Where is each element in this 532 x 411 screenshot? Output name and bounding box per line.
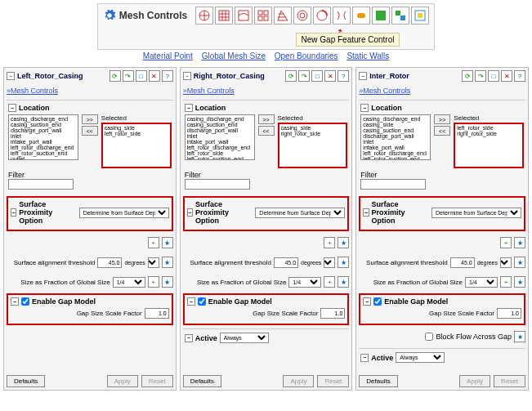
sq-icon[interactable]: ★	[514, 331, 525, 342]
enable-gap-checkbox[interactable]: Enable Gap Model	[21, 297, 96, 306]
hbtn-1[interactable]: ⟳	[462, 70, 473, 82]
active-select[interactable]: Always	[396, 352, 445, 363]
hbtn-2[interactable]: ↷	[475, 70, 486, 82]
reset-button[interactable]: Reset	[317, 375, 349, 387]
reset-button[interactable]: Reset	[141, 375, 173, 387]
expand-icon[interactable]: −	[360, 104, 369, 112]
expand-icon[interactable]: −	[360, 354, 369, 362]
active-select[interactable]: Always	[220, 333, 269, 343]
expand-icon[interactable]: −	[363, 208, 369, 217]
expand-icon[interactable]: −	[185, 104, 193, 112]
sq-icon[interactable]: ★	[338, 276, 349, 288]
sq-icon[interactable]: +	[324, 276, 335, 288]
move-left-button[interactable]: <<	[434, 126, 450, 136]
sat-input[interactable]	[274, 257, 298, 268]
available-list[interactable]: casing_discharge_endcasing_suction_enddi…	[185, 114, 255, 160]
tb-icon-9[interactable]	[352, 7, 370, 25]
sat-input[interactable]	[450, 257, 475, 268]
selected-list[interactable]: casing_sideleft_rotor_side	[101, 123, 172, 168]
hbtn-2[interactable]: ↷	[298, 70, 310, 82]
sq-icon[interactable]: +	[500, 237, 512, 248]
hbtn-1[interactable]: ⟳	[285, 70, 297, 82]
hbtn-4[interactable]: ✕	[501, 70, 512, 82]
apply-button[interactable]: Apply	[459, 375, 490, 387]
link-open-boundaries[interactable]: Open Boundaries	[275, 51, 338, 60]
move-right-button[interactable]: >>	[434, 114, 450, 124]
mesh-controls-link[interactable]: »Mesh Controls	[359, 85, 525, 96]
tb-icon-7[interactable]	[313, 7, 331, 25]
bfag-checkbox[interactable]: Block Flow Across Gap	[425, 333, 512, 341]
tb-icon-3[interactable]	[235, 7, 253, 25]
unit-select[interactable]	[148, 257, 159, 268]
expand-icon[interactable]: −	[363, 297, 371, 306]
sq-icon[interactable]: +	[148, 276, 159, 288]
selected-list[interactable]: casing_sideright_rotor_side	[278, 123, 348, 168]
spo-select[interactable]: Determine from Surface Depth	[431, 208, 521, 218]
expand-icon[interactable]: −	[8, 104, 16, 112]
sq-icon[interactable]: ★	[514, 257, 525, 268]
hbtn-5[interactable]: ?	[514, 70, 525, 82]
move-right-button[interactable]: >>	[82, 114, 98, 124]
tb-icon-10[interactable]	[372, 7, 390, 25]
spo-select[interactable]: Determine from Surface Depth	[255, 208, 345, 218]
mesh-controls-link[interactable]: »Mesh Controls	[183, 85, 350, 96]
expand-icon[interactable]: −	[359, 72, 367, 80]
hbtn-1[interactable]: ⟳	[110, 70, 121, 82]
expand-icon[interactable]: −	[7, 72, 15, 80]
sq-icon[interactable]: ★	[162, 276, 173, 288]
filter-input[interactable]	[360, 179, 426, 190]
apply-button[interactable]: Apply	[283, 375, 314, 387]
sat-input[interactable]	[97, 257, 122, 268]
hbtn-4[interactable]: ✕	[324, 70, 336, 82]
gssf-input[interactable]	[320, 308, 345, 319]
filter-input[interactable]	[8, 179, 74, 190]
selected-list[interactable]: left_rotor_sideright_rotor_side	[454, 123, 524, 168]
tb-icon-11[interactable]	[391, 7, 409, 25]
expand-icon[interactable]: −	[185, 334, 193, 342]
hbtn-3[interactable]: □	[488, 70, 499, 82]
sq-icon[interactable]: ★	[162, 237, 173, 248]
spo-select[interactable]: Determine from Surface Depth	[79, 208, 169, 218]
hbtn-5[interactable]: ?	[162, 70, 173, 82]
apply-button[interactable]: Apply	[107, 375, 138, 387]
sq-icon[interactable]: +	[148, 237, 159, 248]
tb-icon-6[interactable]	[293, 7, 311, 25]
unit-select[interactable]	[500, 257, 512, 268]
hbtn-3[interactable]: □	[311, 70, 323, 82]
sfgs-select[interactable]: 1/4	[113, 277, 145, 288]
tb-icon-12[interactable]	[411, 7, 429, 25]
defaults-button[interactable]: Defaults	[183, 375, 221, 387]
sq-icon[interactable]: +	[500, 276, 512, 288]
sq-icon[interactable]: ★	[514, 276, 525, 288]
hbtn-5[interactable]: ?	[338, 70, 349, 82]
tb-icon-2[interactable]	[215, 7, 233, 25]
gssf-input[interactable]	[497, 308, 521, 319]
tb-icon-1[interactable]	[195, 7, 213, 25]
link-global-mesh-size[interactable]: Global Mesh Size	[202, 51, 266, 60]
tb-icon-gap[interactable]: ↗	[333, 7, 351, 25]
sfgs-select[interactable]: 1/4	[288, 277, 321, 288]
link-static-walls[interactable]: Static Walls	[346, 51, 389, 60]
move-right-button[interactable]: >>	[258, 114, 275, 124]
sq-icon[interactable]: +	[324, 237, 335, 248]
filter-input[interactable]	[185, 179, 250, 190]
sq-icon[interactable]: ★	[162, 257, 173, 268]
defaults-button[interactable]: Defaults	[359, 375, 397, 387]
hbtn-4[interactable]: ✕	[149, 70, 160, 82]
available-list[interactable]: casing_discharge_endcasing_sidecasing_su…	[360, 114, 431, 160]
expand-icon[interactable]: −	[183, 72, 191, 80]
sq-icon[interactable]: ★	[514, 237, 525, 248]
tb-icon-4[interactable]	[254, 7, 272, 25]
available-list[interactable]: casing_discharge_endcasing_suction_enddi…	[8, 114, 78, 160]
sfgs-select[interactable]: 1/4	[465, 277, 498, 288]
enable-gap-checkbox[interactable]: Enable Gap Model	[198, 297, 272, 306]
expand-icon[interactable]: −	[11, 297, 19, 306]
unit-select[interactable]	[324, 257, 335, 268]
expand-icon[interactable]: −	[11, 208, 16, 217]
tb-icon-5[interactable]	[274, 7, 292, 25]
hbtn-3[interactable]: □	[136, 70, 147, 82]
sq-icon[interactable]: ★	[338, 237, 349, 248]
reset-button[interactable]: Reset	[494, 375, 525, 387]
sq-icon[interactable]: ★	[338, 257, 349, 268]
gssf-input[interactable]	[145, 308, 169, 319]
